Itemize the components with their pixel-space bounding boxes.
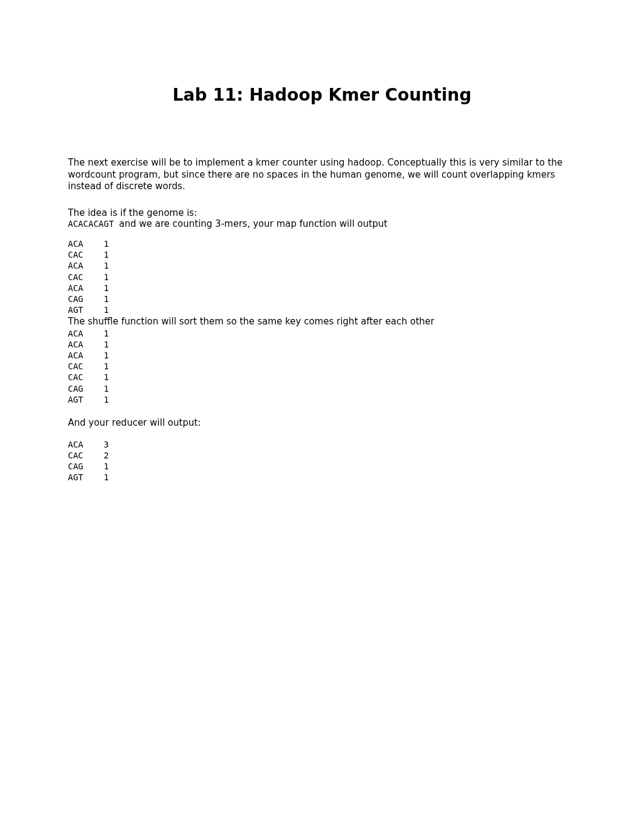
- shuffle-text: The shuffle function will sort them so t…: [68, 315, 576, 327]
- genome-sequence: ACACACAGT: [68, 219, 119, 229]
- reducer-text: And your reducer will output:: [68, 417, 576, 428]
- idea-section: The idea is if the genome is: ACACACAGT …: [68, 207, 576, 230]
- intro-paragraph: The next exercise will be to implement a…: [68, 157, 576, 193]
- after-genome-text: and we are counting 3-mers, your map fun…: [119, 218, 387, 229]
- page-title: Lab 11: Hadoop Kmer Counting: [68, 85, 576, 105]
- reducer-output-block: ACA 3 CAC 2 CAG 1 AGT 1: [68, 439, 576, 483]
- map-output-block: ACA 1 CAC 1 ACA 1 CAC 1 ACA 1 CAG 1 AGT …: [68, 238, 576, 315]
- shuffle-output-block: ACA 1 ACA 1 ACA 1 CAC 1 CAC 1 CAG 1 AGT …: [68, 328, 576, 405]
- idea-intro: The idea is if the genome is:: [68, 207, 197, 218]
